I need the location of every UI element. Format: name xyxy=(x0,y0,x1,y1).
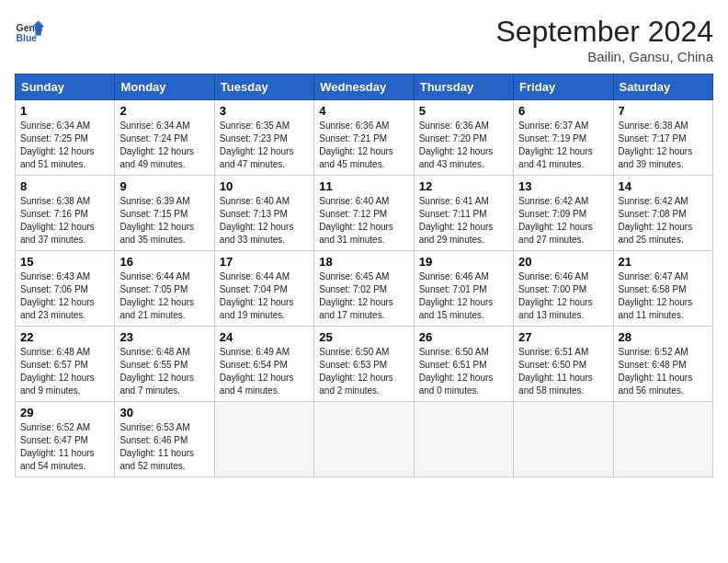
table-row: 20 Sunrise: 6:46 AMSunset: 7:00 PMDaylig… xyxy=(514,251,613,327)
cell-info: Sunrise: 6:40 AMSunset: 7:12 PMDaylight:… xyxy=(319,196,393,245)
cell-info: Sunrise: 6:37 AMSunset: 7:19 PMDaylight:… xyxy=(518,121,593,169)
table-row xyxy=(214,402,313,477)
day-number: 9 xyxy=(119,179,209,193)
cell-info: Sunrise: 6:42 AMSunset: 7:08 PMDaylight:… xyxy=(619,196,693,245)
day-number: 11 xyxy=(319,179,408,193)
cell-info: Sunrise: 6:49 AMSunset: 6:54 PMDaylight:… xyxy=(220,347,294,396)
day-number: 14 xyxy=(619,179,708,193)
table-row xyxy=(414,402,513,477)
day-number: 30 xyxy=(119,406,209,419)
table-row: 27 Sunrise: 6:51 AMSunset: 6:50 PMDaylig… xyxy=(514,327,613,402)
cell-info: Sunrise: 6:48 AMSunset: 6:57 PMDaylight:… xyxy=(20,347,95,396)
day-number: 26 xyxy=(419,330,508,344)
cell-info: Sunrise: 6:48 AMSunset: 6:55 PMDaylight:… xyxy=(119,347,194,396)
day-number: 3 xyxy=(220,104,309,118)
table-row: 10 Sunrise: 6:40 AMSunset: 7:13 PMDaylig… xyxy=(214,176,313,251)
col-friday: Friday xyxy=(514,75,613,100)
table-row: 29 Sunrise: 6:52 AMSunset: 6:47 PMDaylig… xyxy=(16,402,115,477)
day-number: 7 xyxy=(619,104,708,118)
day-number: 21 xyxy=(619,255,708,269)
col-tuesday: Tuesday xyxy=(214,75,313,100)
day-number: 29 xyxy=(20,406,109,419)
day-number: 20 xyxy=(518,255,608,269)
day-number: 6 xyxy=(518,104,608,118)
table-row: 3 Sunrise: 6:35 AMSunset: 7:23 PMDayligh… xyxy=(214,100,313,176)
table-row: 1 Sunrise: 6:34 AMSunset: 7:25 PMDayligh… xyxy=(16,100,115,176)
calendar-week-2: 15 Sunrise: 6:43 AMSunset: 7:06 PMDaylig… xyxy=(16,251,713,327)
cell-info: Sunrise: 6:50 AMSunset: 6:53 PMDaylight:… xyxy=(319,347,393,396)
cell-info: Sunrise: 6:36 AMSunset: 7:21 PMDaylight:… xyxy=(319,121,393,169)
cell-info: Sunrise: 6:44 AMSunset: 7:04 PMDaylight:… xyxy=(220,271,294,320)
day-number: 18 xyxy=(319,255,408,269)
day-number: 24 xyxy=(220,330,309,344)
table-row: 14 Sunrise: 6:42 AMSunset: 7:08 PMDaylig… xyxy=(613,176,712,251)
calendar-week-4: 29 Sunrise: 6:52 AMSunset: 6:47 PMDaylig… xyxy=(16,402,713,477)
cell-info: Sunrise: 6:47 AMSunset: 6:58 PMDaylight:… xyxy=(619,271,693,320)
table-row: 6 Sunrise: 6:37 AMSunset: 7:19 PMDayligh… xyxy=(514,100,613,176)
table-row: 4 Sunrise: 6:36 AMSunset: 7:21 PMDayligh… xyxy=(314,100,414,176)
col-thursday: Thursday xyxy=(414,75,513,100)
cell-info: Sunrise: 6:34 AMSunset: 7:25 PMDaylight:… xyxy=(20,121,95,169)
table-row: 19 Sunrise: 6:46 AMSunset: 7:01 PMDaylig… xyxy=(414,251,513,327)
cell-info: Sunrise: 6:46 AMSunset: 7:01 PMDaylight:… xyxy=(419,271,494,320)
cell-info: Sunrise: 6:52 AMSunset: 6:47 PMDaylight:… xyxy=(20,422,95,471)
cell-info: Sunrise: 6:42 AMSunset: 7:09 PMDaylight:… xyxy=(518,196,593,245)
cell-info: Sunrise: 6:53 AMSunset: 6:46 PMDaylight:… xyxy=(119,422,194,471)
table-row: 7 Sunrise: 6:38 AMSunset: 7:17 PMDayligh… xyxy=(613,100,712,176)
cell-info: Sunrise: 6:38 AMSunset: 7:16 PMDaylight:… xyxy=(20,196,95,245)
cell-info: Sunrise: 6:46 AMSunset: 7:00 PMDaylight:… xyxy=(518,271,593,320)
cell-info: Sunrise: 6:39 AMSunset: 7:15 PMDaylight:… xyxy=(119,196,194,245)
cell-info: Sunrise: 6:34 AMSunset: 7:24 PMDaylight:… xyxy=(119,121,194,169)
title-block: September 2024 Bailin, Gansu, China xyxy=(495,15,713,64)
day-number: 12 xyxy=(419,179,508,193)
cell-info: Sunrise: 6:45 AMSunset: 7:02 PMDaylight:… xyxy=(319,271,393,320)
cell-info: Sunrise: 6:35 AMSunset: 7:23 PMDaylight:… xyxy=(220,121,294,169)
table-row xyxy=(314,402,414,477)
cell-info: Sunrise: 6:52 AMSunset: 6:48 PMDaylight:… xyxy=(619,347,693,396)
col-monday: Monday xyxy=(115,75,214,100)
day-number: 10 xyxy=(220,179,309,193)
table-row xyxy=(514,402,613,477)
logo-icon: General Blue xyxy=(15,15,44,44)
cell-info: Sunrise: 6:43 AMSunset: 7:06 PMDaylight:… xyxy=(20,271,95,320)
day-number: 13 xyxy=(518,179,608,193)
table-row: 2 Sunrise: 6:34 AMSunset: 7:24 PMDayligh… xyxy=(115,100,214,176)
day-number: 2 xyxy=(119,104,209,118)
day-number: 15 xyxy=(20,255,109,269)
table-row: 21 Sunrise: 6:47 AMSunset: 6:58 PMDaylig… xyxy=(613,251,712,327)
table-row: 8 Sunrise: 6:38 AMSunset: 7:16 PMDayligh… xyxy=(16,176,115,251)
day-number: 27 xyxy=(518,330,608,344)
table-row: 18 Sunrise: 6:45 AMSunset: 7:02 PMDaylig… xyxy=(314,251,414,327)
calendar-week-0: 1 Sunrise: 6:34 AMSunset: 7:25 PMDayligh… xyxy=(16,100,713,176)
cell-info: Sunrise: 6:36 AMSunset: 7:20 PMDaylight:… xyxy=(419,121,494,169)
col-sunday: Sunday xyxy=(16,75,115,100)
calendar-week-1: 8 Sunrise: 6:38 AMSunset: 7:16 PMDayligh… xyxy=(16,176,713,251)
day-number: 8 xyxy=(20,179,109,193)
table-row: 15 Sunrise: 6:43 AMSunset: 7:06 PMDaylig… xyxy=(16,251,115,327)
table-row: 17 Sunrise: 6:44 AMSunset: 7:04 PMDaylig… xyxy=(214,251,313,327)
cell-info: Sunrise: 6:50 AMSunset: 6:51 PMDaylight:… xyxy=(419,347,494,396)
table-row: 26 Sunrise: 6:50 AMSunset: 6:51 PMDaylig… xyxy=(414,327,513,402)
location: Bailin, Gansu, China xyxy=(495,49,713,64)
day-number: 28 xyxy=(619,330,708,344)
svg-text:Blue: Blue xyxy=(17,33,38,43)
calendar-week-3: 22 Sunrise: 6:48 AMSunset: 6:57 PMDaylig… xyxy=(16,327,713,402)
day-number: 5 xyxy=(419,104,508,118)
table-row: 24 Sunrise: 6:49 AMSunset: 6:54 PMDaylig… xyxy=(214,327,313,402)
table-row: 12 Sunrise: 6:41 AMSunset: 7:11 PMDaylig… xyxy=(414,176,513,251)
table-row: 28 Sunrise: 6:52 AMSunset: 6:48 PMDaylig… xyxy=(613,327,712,402)
cell-info: Sunrise: 6:40 AMSunset: 7:13 PMDaylight:… xyxy=(220,196,294,245)
table-row: 5 Sunrise: 6:36 AMSunset: 7:20 PMDayligh… xyxy=(414,100,513,176)
day-number: 23 xyxy=(119,330,209,344)
month-title: September 2024 xyxy=(495,15,713,49)
day-number: 1 xyxy=(20,104,109,118)
page-header: General Blue September 2024 Bailin, Gans… xyxy=(15,15,713,64)
day-number: 16 xyxy=(119,255,209,269)
table-row: 11 Sunrise: 6:40 AMSunset: 7:12 PMDaylig… xyxy=(314,176,414,251)
cell-info: Sunrise: 6:38 AMSunset: 7:17 PMDaylight:… xyxy=(619,121,693,169)
table-row: 16 Sunrise: 6:44 AMSunset: 7:05 PMDaylig… xyxy=(115,251,214,327)
table-row: 25 Sunrise: 6:50 AMSunset: 6:53 PMDaylig… xyxy=(314,327,414,402)
calendar-table: Sunday Monday Tuesday Wednesday Thursday… xyxy=(15,74,713,477)
col-saturday: Saturday xyxy=(613,75,712,100)
table-row: 9 Sunrise: 6:39 AMSunset: 7:15 PMDayligh… xyxy=(115,176,214,251)
